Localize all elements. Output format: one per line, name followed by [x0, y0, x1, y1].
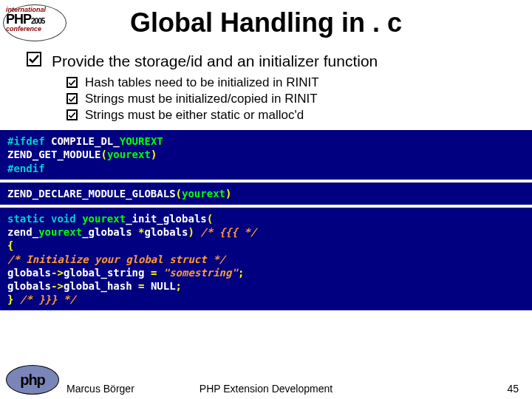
checkmark-icon [27, 52, 41, 66]
code-block-1: #ifdef COMPILE_DL_YOUREXTZEND_GET_MODULE… [0, 130, 532, 180]
sub-bullet-text: Strings must be initialized/copied in RI… [85, 92, 318, 106]
footer-topic: PHP Extension Development [200, 383, 332, 395]
main-bullet-text: Provide the storage/id and an initialize… [52, 52, 378, 71]
sub-bullet-text: Strings must be either static or malloc'… [85, 108, 304, 123]
footer-author: Marcus Börger [66, 383, 134, 395]
sub-bullet-row: Hash tables need to be initialized in RI… [66, 75, 517, 90]
main-bullet-row: Provide the storage/id and an initialize… [27, 52, 517, 71]
code-block-2: ZEND_DECLARE_MODULE_GLOBALS(yourext) [0, 183, 532, 205]
checkmark-icon [66, 77, 78, 88]
conference-logo-top: international PHP2005 conference [6, 6, 64, 38]
code-block-3: static void yourext_init_globals( zend_y… [0, 208, 532, 310]
slide-title: Global Handling in . c [0, 0, 532, 52]
sub-bullet-list: Hash tables need to be initialized in RI… [27, 75, 517, 123]
sub-bullet-row: Strings must be initialized/copied in RI… [66, 92, 517, 106]
sub-bullet-text: Hash tables need to be initialized in RI… [85, 75, 319, 90]
checkmark-icon [66, 93, 78, 104]
checkmark-icon [66, 109, 78, 120]
footer-page: 45 [507, 383, 519, 395]
slide-footer: Marcus Börger PHP Extension Development … [0, 383, 532, 395]
sub-bullet-row: Strings must be either static or malloc'… [66, 108, 517, 123]
